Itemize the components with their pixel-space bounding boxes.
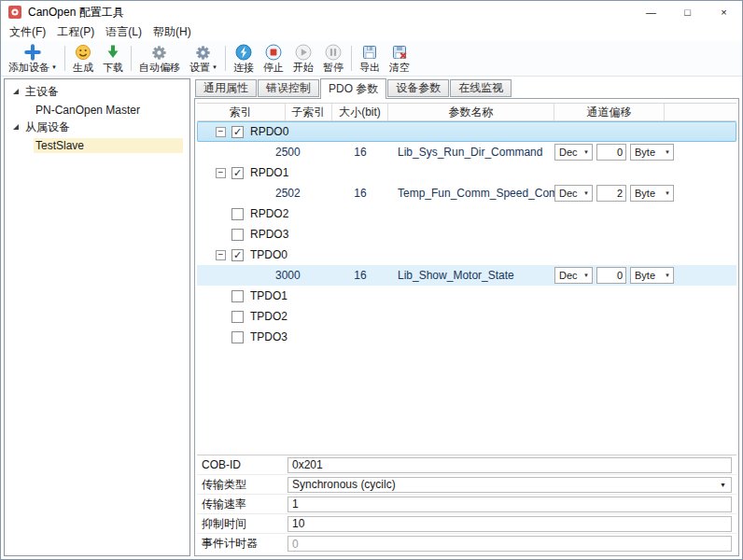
pdo-enable-checkbox[interactable] xyxy=(231,229,244,241)
collapse-box-icon[interactable]: − xyxy=(216,168,226,178)
unit-select-value: Byte xyxy=(635,147,655,158)
tree-group-slave-devices[interactable]: 从属设备 xyxy=(5,119,189,136)
pause-button: 暂停 xyxy=(318,42,348,75)
dropdown-arrow-icon: ▼ xyxy=(581,273,592,278)
close-button[interactable]: × xyxy=(706,1,742,23)
stop-button[interactable]: 停止 xyxy=(259,42,288,75)
tab-label: 设备参数 xyxy=(396,80,441,96)
export-icon xyxy=(360,43,379,62)
tree-item-pn-canopen-master[interactable]: PN-CanOpen Master xyxy=(5,101,189,119)
transmission-type-select[interactable]: Synchronous (cycilc)▼ xyxy=(287,477,732,493)
tab-general-properties[interactable]: 通用属性 xyxy=(195,79,257,97)
auto-offset-button[interactable]: 自动偏移 xyxy=(134,42,185,75)
form-row-event-timer: 事件计时器 xyxy=(197,534,736,553)
pdo-enable-checkbox[interactable] xyxy=(231,311,244,323)
dropdown-arrow-icon: ▼ xyxy=(662,149,673,155)
generate-icon xyxy=(74,43,92,62)
window-title: CanOpen 配置工具 xyxy=(28,5,124,21)
pdo-group-row: TPDO3 xyxy=(197,327,736,347)
pdo-group-row: RPDO2 xyxy=(197,203,736,224)
inhibit-time-label: 抑制时间 xyxy=(202,516,287,532)
transmission-type-select-value: Synchronous (cycilc) xyxy=(292,478,396,491)
pdo-group-row: RPDO3 xyxy=(197,224,736,245)
pdo-param-row: 250216Temp_Fun_Comm_Speed_CommDec▼Byte▼ xyxy=(197,183,736,203)
toolbar-button-label-row: 连接 xyxy=(233,62,254,74)
transmission-type-control: Synchronous (cycilc)▼ xyxy=(287,477,732,493)
auto-offset-icon xyxy=(150,43,168,62)
generate-button[interactable]: 生成 xyxy=(68,42,98,75)
collapse-box-icon[interactable]: − xyxy=(216,127,226,137)
tab-device-parameters[interactable]: 设备参数 xyxy=(387,79,449,97)
tab-error-control[interactable]: 错误控制 xyxy=(258,79,319,97)
tree-expanded-icon[interactable] xyxy=(13,89,19,94)
connect-button[interactable]: 连接 xyxy=(229,42,259,75)
dropdown-arrow-icon: ▼ xyxy=(720,482,726,488)
toolbar-separator xyxy=(225,46,226,71)
pdo-enable-checkbox[interactable]: ✓ xyxy=(231,167,244,179)
menu-language[interactable]: 语言(L) xyxy=(100,23,147,41)
unit-select[interactable]: Byte▼ xyxy=(630,267,674,284)
dropdown-arrow-icon: ▼ xyxy=(581,149,592,155)
format-select[interactable]: Dec▼ xyxy=(554,185,593,202)
toolbar-button-label: 下载 xyxy=(103,62,123,74)
offset-input[interactable] xyxy=(596,144,626,161)
tab-label: 通用属性 xyxy=(203,80,248,96)
pdo-group-label: TPDO2 xyxy=(250,310,287,323)
pdo-enable-checkbox[interactable] xyxy=(231,331,244,343)
inhibit-time-input[interactable] xyxy=(287,516,732,532)
right-panel: 通用属性错误控制PDO 参数设备参数在线监视 索引子索引大小(bit)参数名称通… xyxy=(194,78,739,556)
add-device-button[interactable]: 添加设备▼ xyxy=(4,42,62,75)
column-header-filler xyxy=(665,104,736,120)
unit-select[interactable]: Byte▼ xyxy=(630,185,674,202)
cob-id-input[interactable] xyxy=(287,457,732,473)
expander-spacer xyxy=(216,209,226,219)
clear-button[interactable]: 清空 xyxy=(385,42,414,75)
titlebar[interactable]: CanOpen 配置工具 — □ × xyxy=(1,1,742,23)
toolbar-button-label-row: 生成 xyxy=(73,62,93,74)
download-button[interactable]: 下载 xyxy=(98,42,128,75)
minimize-button[interactable]: — xyxy=(633,1,669,23)
transmission-rate-label: 传输速率 xyxy=(202,497,287,512)
tree-item-label: TestSlave xyxy=(34,138,183,153)
menu-project[interactable]: 工程(P) xyxy=(51,23,100,41)
pdo-group-row: −✓RPDO1 xyxy=(197,162,736,183)
toolbar-group: 连接停止开始暂停 xyxy=(229,42,348,75)
format-select[interactable]: Dec▼ xyxy=(554,267,593,284)
settings-button[interactable]: 设置▼ xyxy=(185,42,222,75)
toolbar-button-label-row: 添加设备▼ xyxy=(8,62,57,74)
tab-pdo-parameters[interactable]: PDO 参数 xyxy=(320,78,386,99)
export-button[interactable]: 导出 xyxy=(355,42,385,75)
collapse-box-icon[interactable]: − xyxy=(216,250,226,260)
tree-item-testslave[interactable]: TestSlave xyxy=(5,136,189,154)
unit-select[interactable]: Byte▼ xyxy=(630,144,674,161)
form-row-cob-id: COB-ID xyxy=(197,455,736,475)
param-size: 16 xyxy=(332,269,388,282)
pdo-enable-checkbox[interactable] xyxy=(231,208,244,220)
offset-input[interactable] xyxy=(596,185,626,202)
dropdown-arrow-icon: ▼ xyxy=(212,62,217,74)
toolbar-group: 添加设备▼ xyxy=(4,42,62,75)
format-select-value: Dec xyxy=(559,270,578,281)
connect-icon xyxy=(234,43,253,62)
offset-input[interactable] xyxy=(596,267,626,284)
tree-group-master-devices[interactable]: 主设备 xyxy=(5,83,189,101)
pdo-group-row: −✓TPDO0 xyxy=(197,245,736,265)
format-select[interactable]: Dec▼ xyxy=(554,144,593,161)
tab-label: PDO 参数 xyxy=(329,81,378,97)
menu-help[interactable]: 帮助(H) xyxy=(147,23,197,41)
transmission-rate-input[interactable] xyxy=(287,497,732,512)
toolbar-group: 生成下载 xyxy=(68,42,128,75)
tab-online-monitor[interactable]: 在线监视 xyxy=(450,79,512,97)
pdo-enable-checkbox[interactable]: ✓ xyxy=(231,249,244,261)
param-index: 2502 xyxy=(275,187,332,200)
window-controls: — □ × xyxy=(633,1,742,23)
pdo-enable-checkbox[interactable]: ✓ xyxy=(231,126,244,138)
device-tree: 主设备PN-CanOpen Master从属设备TestSlave xyxy=(4,78,190,556)
menu-file[interactable]: 文件(F) xyxy=(4,23,51,41)
maximize-button[interactable]: □ xyxy=(669,1,706,23)
tree-expanded-icon[interactable] xyxy=(13,124,19,130)
tab-label: 在线监视 xyxy=(458,80,503,96)
event-timer-label: 事件计时器 xyxy=(202,536,287,552)
param-controls: Dec▼Byte▼ xyxy=(554,267,674,284)
pdo-enable-checkbox[interactable] xyxy=(231,290,244,302)
